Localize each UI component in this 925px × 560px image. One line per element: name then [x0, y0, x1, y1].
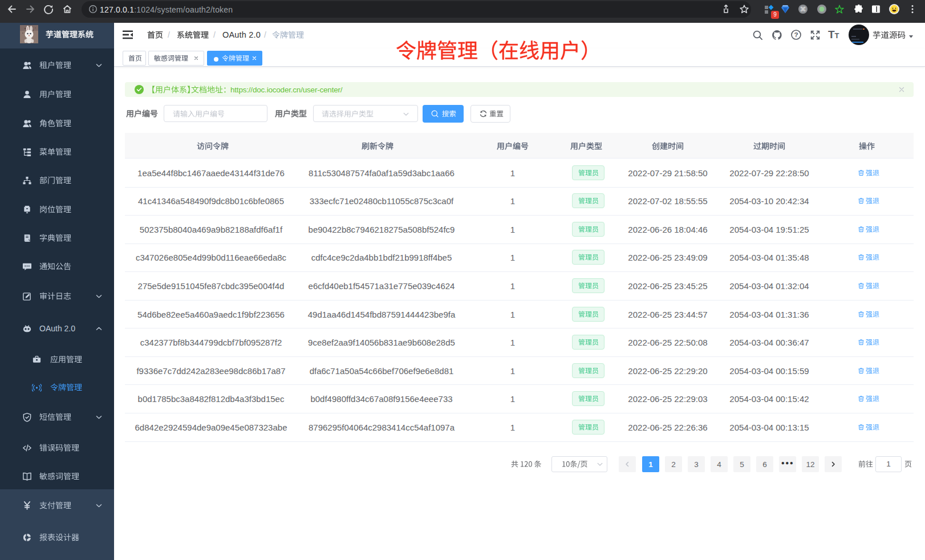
svg-text:?: ? [794, 31, 798, 38]
svg-text:⌘: ⌘ [800, 6, 806, 13]
